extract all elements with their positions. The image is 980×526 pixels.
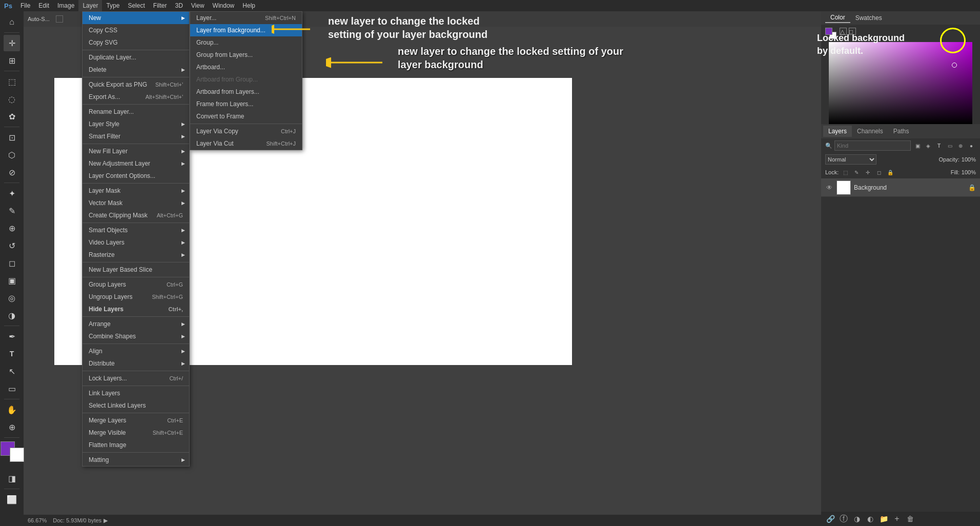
menu-rasterize[interactable]: Rasterize <box>83 249 189 261</box>
rectangular-marquee-tool[interactable]: ⬚ <box>4 73 20 90</box>
menu-video-layers[interactable]: Video Layers <box>83 236 189 249</box>
menu-select[interactable]: Select <box>124 0 149 11</box>
lock-image-icon[interactable]: ✎ <box>852 168 861 177</box>
menu-matting[interactable]: Matting <box>83 454 189 466</box>
menu-layer[interactable]: Layer <box>78 0 102 11</box>
lock-all-icon[interactable]: 🔒 <box>886 168 895 177</box>
new-adjustment-btn[interactable]: ◐ <box>865 514 875 524</box>
layers-search-input[interactable] <box>834 140 911 151</box>
lock-artboard-icon[interactable]: ◻ <box>874 168 884 177</box>
shape-tool[interactable]: ▭ <box>4 380 20 397</box>
menu-hide-layers[interactable]: Hide Layers Ctrl+, <box>83 303 189 315</box>
new-group-btn[interactable]: 📁 <box>879 514 889 524</box>
menu-window[interactable]: Window <box>209 0 239 11</box>
menu-delete[interactable]: Delete <box>83 64 189 76</box>
menu-combine-shapes[interactable]: Combine Shapes <box>83 330 189 342</box>
blur-tool[interactable]: ◎ <box>4 290 20 306</box>
tab-channels[interactable]: Channels <box>852 126 888 137</box>
submenu-convert-to-frame[interactable]: Convert to Frame <box>190 110 302 123</box>
layer-visibility-toggle[interactable]: 👁 <box>825 184 833 192</box>
color-icon-2[interactable]: □ <box>849 28 856 35</box>
frame-tool[interactable]: ⬡ <box>4 147 20 163</box>
eyedropper-tool[interactable]: ⊘ <box>4 164 20 180</box>
menu-image[interactable]: Image <box>53 0 78 11</box>
text-tool[interactable]: T <box>4 346 20 362</box>
brush-tool[interactable]: ✎ <box>4 203 20 219</box>
lock-transparent-icon[interactable]: ⬚ <box>841 168 850 177</box>
menu-lock-layers[interactable]: Lock Layers... Ctrl+/ <box>83 372 189 385</box>
stamp-tool[interactable]: ⊕ <box>4 220 20 236</box>
new-layer-btn[interactable]: + <box>892 514 902 524</box>
link-layers-btn[interactable]: 🔗 <box>825 514 835 524</box>
menu-new-layer-based-slice[interactable]: New Layer Based Slice <box>83 264 189 276</box>
menu-flatten-image[interactable]: Flatten Image <box>83 439 189 451</box>
submenu-group[interactable]: Group... <box>190 36 302 49</box>
menu-export-as[interactable]: Export As... Alt+Shift+Ctrl+' <box>83 91 189 103</box>
blend-mode-select[interactable]: Normal <box>825 154 876 165</box>
menu-duplicate-layer[interactable]: Duplicate Layer... <box>83 51 189 64</box>
crop-tool[interactable]: ⊡ <box>4 129 20 146</box>
expand-arrow[interactable]: ▶ <box>104 517 108 524</box>
filter-shape-icon[interactable]: ▭ <box>945 141 954 150</box>
menu-merge-layers[interactable]: Merge Layers Ctrl+E <box>83 414 189 427</box>
menu-new-adjustment-layer[interactable]: New Adjustment Layer <box>83 157 189 170</box>
menu-3d[interactable]: 3D <box>171 0 187 11</box>
menu-edit[interactable]: Edit <box>34 0 53 11</box>
menu-copy-svg[interactable]: Copy SVG <box>83 36 189 49</box>
move-tool[interactable]: ✛ <box>4 35 20 51</box>
menu-merge-visible[interactable]: Merge Visible Shift+Ctrl+E <box>83 427 189 439</box>
filter-type-icon[interactable]: T <box>934 141 944 150</box>
menu-group-layers[interactable]: Group Layers Ctrl+G <box>83 278 189 291</box>
color-gradient[interactable] <box>829 42 972 124</box>
history-brush-tool[interactable]: ↺ <box>4 237 20 254</box>
opacity-value[interactable]: 100% <box>962 156 976 163</box>
fill-value[interactable]: 100% <box>962 169 976 175</box>
filter-toggle[interactable]: ● <box>967 141 976 150</box>
menu-smart-filter[interactable]: Smart Filter <box>83 130 189 143</box>
gradient-tool[interactable]: ▣ <box>4 272 20 289</box>
filter-adjust-icon[interactable]: ◈ <box>924 141 933 150</box>
background-color[interactable] <box>10 448 24 462</box>
menu-link-layers[interactable]: Link Layers <box>83 387 189 399</box>
menu-layer-content-options[interactable]: Layer Content Options... <box>83 170 189 182</box>
menu-layer-mask[interactable]: Layer Mask <box>83 185 189 197</box>
artboard-tool[interactable]: ⊞ <box>4 52 20 69</box>
lock-position-icon[interactable]: ✛ <box>863 168 872 177</box>
menu-vector-mask[interactable]: Vector Mask <box>83 197 189 209</box>
menu-ungroup-layers[interactable]: Ungroup Layers Shift+Ctrl+G <box>83 291 189 303</box>
tab-swatches[interactable]: Swatches <box>850 13 887 23</box>
menu-type[interactable]: Type <box>102 0 124 11</box>
menu-filter[interactable]: Filter <box>149 0 171 11</box>
quick-mask-tool[interactable]: ◨ <box>4 470 20 487</box>
menu-rename-layer[interactable]: Rename Layer... <box>83 106 189 118</box>
zoom-tool[interactable]: ⊕ <box>4 419 20 435</box>
layer-item-background[interactable]: 👁 Background 🔒 <box>821 178 980 197</box>
submenu-artboard[interactable]: Artboard... <box>190 61 302 73</box>
add-mask-btn[interactable]: ◑ <box>852 514 862 524</box>
menu-file[interactable]: File <box>16 0 34 11</box>
home-tool[interactable]: ⌂ <box>4 14 20 30</box>
menu-align[interactable]: Align <box>83 345 189 357</box>
menu-distribute[interactable]: Distribute <box>83 357 189 370</box>
menu-smart-objects[interactable]: Smart Objects <box>83 224 189 236</box>
transform-controls-toggle[interactable] <box>56 15 63 23</box>
tab-color[interactable]: Color <box>825 13 850 23</box>
tab-paths[interactable]: Paths <box>888 126 914 137</box>
menu-view[interactable]: View <box>187 0 209 11</box>
screen-mode[interactable]: ⬜ <box>4 491 20 508</box>
quick-selection-tool[interactable]: ✿ <box>4 108 20 125</box>
pen-tool[interactable]: ✒ <box>4 328 20 345</box>
submenu-artboard-from-layers[interactable]: Artboard from Layers... <box>190 86 302 98</box>
tab-layers[interactable]: Layers <box>823 126 852 137</box>
menu-new-fill-layer[interactable]: New Fill Layer <box>83 145 189 157</box>
menu-copy-css[interactable]: Copy CSS <box>83 24 189 36</box>
submenu-layer-via-copy[interactable]: Layer Via Copy Ctrl+J <box>190 125 302 137</box>
dodge-tool[interactable]: ◑ <box>4 307 20 323</box>
menu-arrange[interactable]: Arrange <box>83 318 189 330</box>
hand-tool[interactable]: ✋ <box>4 401 20 418</box>
submenu-layer-via-cut[interactable]: Layer Via Cut Shift+Ctrl+J <box>190 137 302 150</box>
path-select-tool[interactable]: ↖ <box>4 363 20 379</box>
filter-pixel-icon[interactable]: ▣ <box>913 141 922 150</box>
menu-create-clipping-mask[interactable]: Create Clipping Mask Alt+Ctrl+G <box>83 209 189 221</box>
lasso-tool[interactable]: ◌ <box>4 91 20 107</box>
